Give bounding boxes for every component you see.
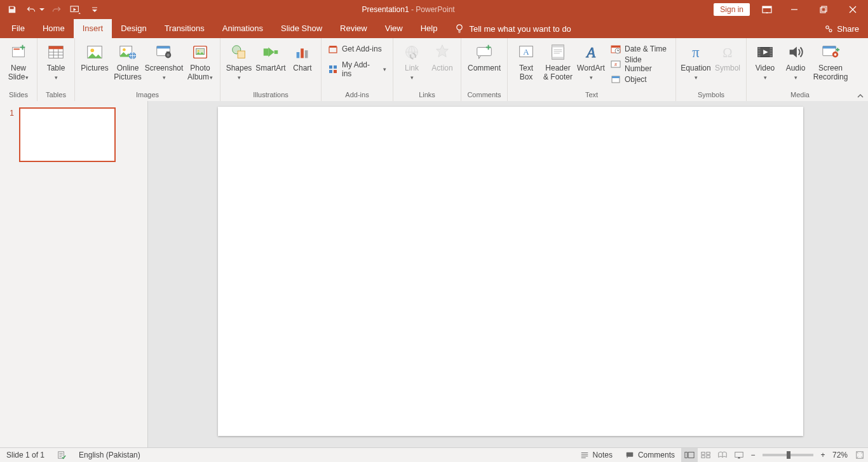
svg-rect-69 <box>707 452 710 455</box>
symbol-button[interactable]: Ω Symbol <box>713 41 742 72</box>
object-button[interactable]: Object <box>608 72 672 86</box>
link-button[interactable]: Link▾ <box>397 41 426 82</box>
svg-rect-34 <box>329 47 337 53</box>
header-footer-button[interactable]: Header & Footer <box>542 41 574 81</box>
save-icon[interactable] <box>4 2 20 17</box>
tab-home[interactable]: Home <box>34 19 74 38</box>
slide-sorter-view-icon[interactable] <box>698 448 714 462</box>
pictures-label: Pictures <box>81 64 108 72</box>
undo-dropdown-icon[interactable] <box>38 2 46 17</box>
work-area: 1 <box>0 101 868 448</box>
wordart-button[interactable]: A WordArt▾ <box>575 41 607 82</box>
svg-text:Ω: Ω <box>722 46 732 60</box>
photo-album-button[interactable]: Photo Album▾ <box>184 41 216 82</box>
new-slide-icon <box>8 42 29 62</box>
link-label: Link▾ <box>405 64 419 82</box>
shapes-button[interactable]: Shapes▾ <box>224 41 254 82</box>
text-box-label: Text Box <box>519 64 533 81</box>
sign-in-button[interactable]: Sign in <box>714 3 750 16</box>
svg-rect-67 <box>688 452 694 458</box>
normal-view-icon[interactable] <box>681 448 698 462</box>
tab-design[interactable]: Design <box>112 19 155 38</box>
group-text-label: Text <box>512 91 672 101</box>
my-addins-button[interactable]: My Add-ins ▾ <box>325 62 389 76</box>
fit-to-window-icon[interactable] <box>851 448 868 462</box>
svg-rect-22 <box>166 51 170 53</box>
audio-button[interactable]: Audio▾ <box>781 41 810 82</box>
group-addins-label: Add-ins <box>325 91 389 101</box>
shapes-icon <box>229 42 249 62</box>
screenshot-button[interactable]: Screenshot▾ <box>145 41 183 82</box>
tab-transitions[interactable]: Transitions <box>156 19 214 38</box>
slide-canvas-area[interactable] <box>148 101 868 448</box>
slide-number-button[interactable]: # Slide Number <box>608 57 672 71</box>
table-icon <box>46 42 66 62</box>
video-button[interactable]: Video▾ <box>750 41 780 82</box>
smartart-button[interactable]: SmartArt <box>255 41 287 72</box>
maximize-icon[interactable] <box>810 0 837 19</box>
ribbon-display-options-icon[interactable] <box>757 0 776 19</box>
object-icon <box>611 74 621 85</box>
thumbnail-number: 1 <box>8 107 14 162</box>
close-icon[interactable] <box>839 0 867 19</box>
reading-view-icon[interactable] <box>714 448 731 462</box>
equation-button[interactable]: π Equation▾ <box>680 41 712 82</box>
redo-icon[interactable] <box>48 2 65 17</box>
text-box-button[interactable]: A Text Box <box>512 41 541 81</box>
table-button[interactable]: Table▾ <box>41 41 71 82</box>
start-from-beginning-icon[interactable] <box>67 2 84 17</box>
share-label: Share <box>837 24 859 34</box>
date-time-button[interactable]: Date & Time <box>608 42 672 56</box>
video-label: Video▾ <box>756 64 775 82</box>
tab-review[interactable]: Review <box>331 19 376 38</box>
document-name: Presentation1 <box>362 5 409 14</box>
screen-recording-button[interactable]: Screen Recording <box>811 41 850 81</box>
screenshot-label: Screenshot▾ <box>145 64 184 82</box>
minimize-icon[interactable] <box>780 0 808 19</box>
comment-button[interactable]: Comment <box>465 41 503 72</box>
zoom-slider[interactable] <box>763 454 813 456</box>
tab-file[interactable]: File <box>3 19 34 38</box>
svg-rect-72 <box>735 452 743 458</box>
tab-slideshow[interactable]: Slide Show <box>272 19 331 38</box>
new-slide-button[interactable]: New Slide▾ <box>4 41 33 82</box>
tell-me[interactable]: Tell me what you want to do <box>455 19 571 38</box>
photo-album-label: Photo Album▾ <box>187 64 213 82</box>
svg-rect-33 <box>305 50 308 58</box>
slide-thumbnails-pane[interactable]: 1 <box>0 101 148 448</box>
comments-label: Comments <box>638 451 675 459</box>
tab-help[interactable]: Help <box>412 19 447 38</box>
undo-icon[interactable] <box>23 2 39 17</box>
notes-button[interactable]: Notes <box>574 448 619 462</box>
status-language[interactable]: English (Pakistan) <box>72 448 147 462</box>
ribbon-tabs: File Home Insert Design Transitions Anim… <box>0 19 868 38</box>
addins-icon <box>328 64 338 74</box>
slideshow-view-icon[interactable] <box>731 448 747 462</box>
share-button[interactable]: Share <box>815 19 868 38</box>
qat-customize-icon[interactable] <box>86 2 103 17</box>
group-comments: Comment Comments <box>461 38 508 101</box>
svg-rect-2 <box>763 6 771 8</box>
audio-icon <box>785 42 806 62</box>
tab-insert[interactable]: Insert <box>74 19 112 38</box>
online-pictures-label: Online Pictures <box>114 64 141 81</box>
zoom-in-button[interactable]: + <box>817 451 829 459</box>
chart-button[interactable]: Chart <box>288 41 317 72</box>
action-button[interactable]: Action <box>428 41 457 72</box>
comments-button[interactable]: Comments <box>619 448 681 462</box>
svg-rect-65 <box>627 452 634 457</box>
status-spellcheck[interactable] <box>51 448 72 462</box>
thumbnail-slide-1[interactable] <box>19 107 116 162</box>
zoom-out-button[interactable]: − <box>747 451 759 459</box>
equation-icon: π <box>686 42 706 62</box>
tab-animations[interactable]: Animations <box>214 19 272 38</box>
online-pictures-button[interactable]: Online Pictures <box>112 41 144 81</box>
collapse-ribbon-icon[interactable] <box>857 92 864 100</box>
tab-view[interactable]: View <box>376 19 412 38</box>
zoom-slider-thumb[interactable] <box>787 451 790 459</box>
pictures-button[interactable]: Pictures <box>79 41 111 72</box>
get-addins-button[interactable]: Get Add-ins <box>325 42 389 56</box>
slide-1[interactable] <box>218 107 803 436</box>
zoom-level[interactable]: 72% <box>829 448 851 462</box>
status-slide-number[interactable]: Slide 1 of 1 <box>0 448 51 462</box>
